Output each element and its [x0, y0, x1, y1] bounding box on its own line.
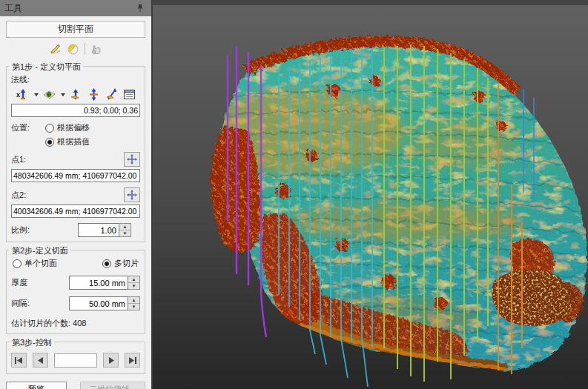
dialog-icon[interactable]	[122, 87, 136, 102]
preview-button[interactable]: 预览	[6, 382, 67, 389]
sphere-icon[interactable]	[67, 42, 80, 56]
scale-spin-up-icon[interactable]: ▲	[119, 224, 131, 230]
thickness-input[interactable]	[69, 276, 128, 290]
step3-group: 第3步-控制	[6, 342, 145, 374]
panel-title: 工具	[4, 2, 22, 15]
pick-two-points-icon[interactable]	[105, 87, 119, 102]
dialog-header: 切割平面	[6, 21, 145, 38]
player-last-icon[interactable]	[125, 353, 140, 368]
radio-by-interp-label: 根据插值	[57, 136, 90, 147]
step1-group: 第1步 - 定义切平面 法线: x	[6, 66, 145, 242]
spacing-spin-arrows: ▲ ▼	[128, 296, 140, 310]
point2-input[interactable]	[11, 205, 140, 218]
spacing-spin-up-icon[interactable]: ▲	[128, 297, 139, 304]
radio-multi-slice[interactable]: 多切片	[102, 258, 139, 269]
radio-single-circle	[13, 259, 22, 268]
player-first-icon[interactable]	[11, 353, 27, 368]
normal-field-wrap	[11, 104, 140, 117]
svg-text:x: x	[16, 91, 20, 99]
radio-by-offset[interactable]: 根据偏移	[45, 122, 90, 133]
point1-field-wrap	[11, 169, 140, 182]
tools-panel: 工具 切割平面 第1步 - 定义切平面	[0, 0, 151, 389]
player-next-icon[interactable]	[103, 353, 119, 368]
radio-by-interp-circle	[45, 138, 54, 147]
thickness-label: 厚度	[11, 277, 56, 288]
application-window: 工具 切割平面 第1步 - 定义切平面	[0, 0, 588, 389]
pick-point2-button[interactable]	[124, 187, 140, 202]
spacing-spinner: ▲ ▼	[69, 296, 140, 310]
mode-toolbar	[6, 39, 145, 59]
point1-label: 点1:	[11, 154, 26, 165]
panel-body: 切割平面 第1步 - 定义切平面 法线: x	[0, 16, 151, 389]
pin-icon[interactable]	[133, 1, 147, 15]
pick-point-normal-icon[interactable]	[69, 87, 83, 102]
scale-spin-down-icon[interactable]: ▼	[119, 230, 131, 236]
step2-title: 第2步-定义切面	[10, 245, 70, 256]
normal-label: 法线:	[11, 74, 140, 85]
slice-position-input[interactable]	[54, 353, 97, 368]
panel-titlebar: 工具	[0, 0, 151, 16]
step1-title: 第1步 - 定义切平面	[10, 61, 83, 73]
normal-input[interactable]	[11, 104, 140, 117]
pick-point1-button[interactable]	[124, 152, 140, 167]
flip-normal-icon[interactable]	[87, 87, 101, 102]
radio-multi-circle	[102, 259, 111, 268]
point1-input[interactable]	[11, 169, 140, 182]
estimate-text: 估计切片的个数: 408	[11, 318, 140, 329]
spacing-label: 间隔:	[11, 298, 56, 309]
radio-by-offset-circle	[45, 124, 54, 133]
position-label: 位置:	[11, 122, 45, 133]
pick-axis-dropdown-icon[interactable]	[34, 93, 39, 96]
point2-field-wrap	[11, 205, 140, 218]
interact-hand-icon[interactable]	[90, 42, 103, 56]
thickness-spin-down-icon[interactable]: ▼	[128, 283, 139, 289]
normal-icon-row: x	[11, 87, 140, 102]
thickness-spin-up-icon[interactable]: ▲	[128, 276, 139, 283]
pick-plane-icon[interactable]	[42, 87, 56, 102]
toolbar-separator	[85, 43, 85, 55]
shortcut-2d-button[interactable]: 二维快捷线...	[80, 382, 145, 389]
pick-plane-dropdown-icon[interactable]	[61, 93, 65, 96]
thickness-spinner: ▲ ▼	[69, 276, 140, 290]
rubble-pile	[492, 270, 572, 326]
radio-single-section[interactable]: 单个切面	[13, 258, 57, 269]
radio-by-interp[interactable]: 根据插值	[45, 136, 90, 147]
scale-label: 比例:	[11, 225, 48, 236]
pick-axis-icon[interactable]: x	[16, 87, 30, 102]
viewport-3d[interactable]	[153, 0, 588, 389]
radio-multi-label: 多切片	[114, 258, 139, 269]
step2-group: 第2步-定义切面 单个切面 多切片 厚度	[6, 250, 145, 334]
viewport-top-edge	[153, 0, 588, 5]
step3-title: 第3步-控制	[10, 337, 54, 348]
slice-player	[11, 353, 140, 368]
point2-label: 点2:	[11, 190, 26, 201]
scale-spin-arrows: ▲ ▼	[119, 223, 131, 237]
scale-spinner: ▲ ▼	[78, 223, 131, 237]
spacing-spin-down-icon[interactable]: ▼	[128, 304, 139, 310]
point-cloud-scene	[153, 0, 588, 389]
player-prev-icon[interactable]	[33, 353, 48, 368]
scale-input[interactable]	[78, 223, 119, 237]
thickness-spin-arrows: ▲ ▼	[128, 276, 140, 290]
spacing-input[interactable]	[69, 296, 128, 310]
radio-by-offset-label: 根据偏移	[57, 122, 90, 133]
draw-plane-icon[interactable]	[49, 42, 62, 56]
radio-single-label: 单个切面	[24, 258, 57, 269]
